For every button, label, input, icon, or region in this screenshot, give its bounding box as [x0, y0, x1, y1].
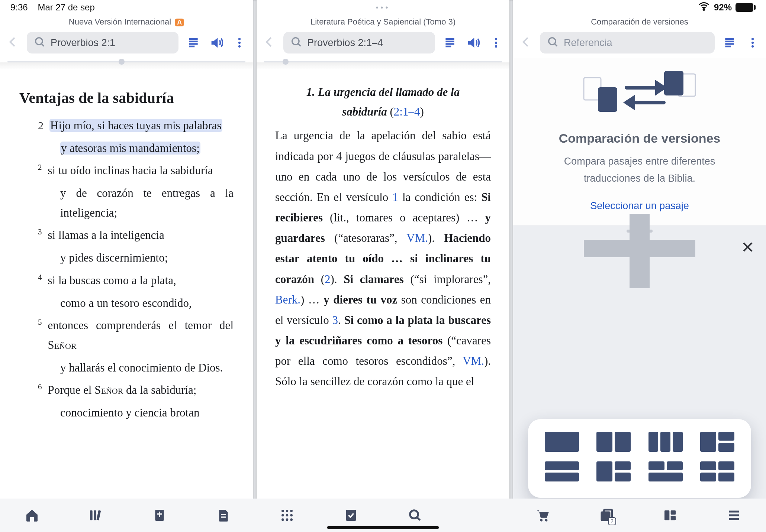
reference-search-pill[interactable]: Proverbios 2:1 — [27, 32, 178, 53]
verse-text[interactable]: Porque el Señor da la sabiduría; — [48, 380, 234, 400]
svg-rect-23 — [221, 514, 226, 515]
scripture-link[interactable]: 1 — [392, 191, 398, 204]
svg-point-35 — [410, 510, 418, 519]
pane-splitter-2[interactable] — [509, 0, 513, 532]
location-slider[interactable] — [264, 61, 502, 62]
layout-option-1pane[interactable] — [545, 432, 579, 452]
audio-button[interactable] — [208, 35, 225, 51]
svg-point-4 — [238, 45, 241, 48]
svg-point-26 — [286, 510, 289, 512]
toc-button[interactable] — [442, 35, 458, 51]
verse-number: 3 — [38, 226, 42, 245]
pane-commentary-title[interactable]: Literatura Poética y Sapiencial (Tomo 3) — [257, 15, 509, 30]
scripture-link[interactable]: 2 — [325, 273, 331, 286]
pane-commentary: Literatura Poética y Sapiencial (Tomo 3)… — [257, 0, 509, 499]
layout-option-4grid[interactable] — [700, 461, 734, 481]
layout-option-3col[interactable] — [648, 432, 683, 452]
commentary-text[interactable]: La urgencia de la apelación del sabio es… — [275, 125, 491, 392]
verse-text-cont[interactable]: y hallarás el conocimiento de Dios. — [60, 358, 234, 378]
svg-point-6 — [495, 38, 497, 40]
svg-point-9 — [549, 38, 556, 45]
verse-number: 6 — [38, 380, 42, 400]
verse-number: 5 — [38, 316, 42, 355]
verse-text[interactable]: entonces comprenderás el temor del Señor — [48, 316, 234, 355]
layout-option-l-shape[interactable] — [596, 461, 631, 481]
compare-card-subtitle: Compara pasajes entre diferentes traducc… — [535, 153, 744, 187]
verse-number: 2 — [38, 116, 44, 136]
svg-point-25 — [281, 510, 284, 512]
layout-option-2row[interactable] — [545, 461, 579, 481]
nav-back-button[interactable] — [5, 35, 20, 51]
pane-bible-header: Nueva Versión Internacional A Proverbios… — [0, 0, 253, 70]
scripture-link[interactable]: 2:1–4 — [394, 105, 420, 118]
bible-button[interactable] — [128, 499, 192, 532]
pane-bible-content[interactable]: Ventajas de la sabiduría 2 Hijo mío, si … — [0, 70, 253, 499]
main-menu-button[interactable] — [702, 499, 766, 532]
svg-point-2 — [238, 38, 241, 40]
svg-point-11 — [751, 42, 754, 44]
apps-grid-button[interactable] — [255, 499, 319, 532]
audio-button[interactable] — [465, 35, 481, 51]
svg-point-1 — [36, 38, 42, 45]
pane-menu-button[interactable] — [744, 35, 761, 51]
verse-text[interactable]: si llamas a la inteligencia — [48, 226, 234, 245]
compare-illustration-icon — [524, 69, 756, 121]
svg-point-32 — [286, 518, 289, 521]
reference-search-pill[interactable]: Proverbios 2:1–4 — [283, 32, 435, 53]
abbrev-link[interactable]: VM. — [463, 354, 484, 367]
svg-point-12 — [751, 45, 754, 48]
reference-search-pill[interactable]: Referencia — [540, 32, 715, 53]
search-icon — [547, 36, 559, 50]
svg-point-28 — [281, 514, 284, 517]
verse-text[interactable]: Hijo mío, si haces tuyas mis palabras — [49, 116, 234, 136]
reference-text: Proverbios 2:1 — [51, 37, 115, 49]
pane-compare-content: Comparación de versiones Compara pasajes… — [513, 58, 766, 499]
pane-compare-title[interactable]: Comparación de versiones — [513, 15, 766, 30]
layout-option-2col[interactable] — [596, 432, 631, 452]
windows-button[interactable]: 2 — [574, 499, 638, 532]
abbrev-link[interactable]: VM. — [406, 231, 428, 244]
spacer — [447, 499, 511, 532]
svg-point-33 — [290, 518, 293, 521]
svg-point-31 — [281, 518, 284, 521]
svg-point-8 — [495, 45, 497, 48]
scripture-link[interactable]: 3 — [332, 314, 338, 327]
verse-text[interactable]: si la buscas como a la plata, — [48, 271, 234, 291]
layout-option-t-shape[interactable] — [648, 461, 683, 481]
verse-text-cont[interactable]: como a un tesoro escondido, — [60, 293, 234, 313]
verse-text[interactable]: si tu oído inclinas hacia la sabiduría — [48, 161, 234, 181]
pane-commentary-content[interactable]: 1. La urgencia del llamado de la sabidur… — [257, 70, 509, 499]
select-passage-link[interactable]: Seleccionar un pasaje — [590, 198, 689, 215]
svg-point-37 — [545, 519, 548, 522]
verse-text-cont[interactable]: conocimiento y ciencia brotan — [60, 403, 234, 423]
svg-point-3 — [238, 42, 241, 44]
toc-button[interactable] — [721, 35, 738, 51]
layout-button[interactable] — [638, 499, 702, 532]
verse-text-cont[interactable]: y pides discernimiento; — [60, 248, 234, 268]
nav-back-button[interactable] — [518, 35, 533, 51]
verse-number: 4 — [38, 271, 42, 291]
pane-bible: Nueva Versión Internacional A Proverbios… — [0, 0, 253, 499]
pane-splitter-1[interactable] — [253, 0, 257, 532]
verse-number: 2 — [38, 161, 42, 181]
document-button[interactable] — [192, 499, 255, 532]
home-button[interactable] — [0, 499, 64, 532]
toc-button[interactable] — [185, 35, 202, 51]
close-popover-button[interactable] — [741, 240, 755, 260]
abbrev-link[interactable]: Berk. — [275, 293, 300, 306]
verse-text-cont[interactable]: y atesoras mis mandamientos; — [60, 139, 234, 158]
location-slider[interactable] — [7, 61, 245, 62]
pane-bible-title[interactable]: Nueva Versión Internacional — [69, 17, 171, 26]
svg-rect-17 — [90, 510, 93, 520]
pane-compare: Comparación de versiones Referencia — [513, 0, 766, 499]
slider-thumb[interactable] — [283, 59, 289, 65]
home-indicator[interactable] — [327, 526, 439, 529]
reference-text: Proverbios 2:1–4 — [307, 37, 383, 49]
pane-menu-button[interactable] — [488, 35, 504, 51]
nav-back-button[interactable] — [262, 35, 277, 51]
layout-option-1-2split[interactable] — [700, 432, 734, 452]
verse-text-cont[interactable]: y de corazón te entregas a la inteligenc… — [60, 184, 234, 223]
library-button[interactable] — [64, 499, 128, 532]
pane-menu-button[interactable] — [231, 35, 248, 51]
store-button[interactable] — [511, 499, 574, 532]
